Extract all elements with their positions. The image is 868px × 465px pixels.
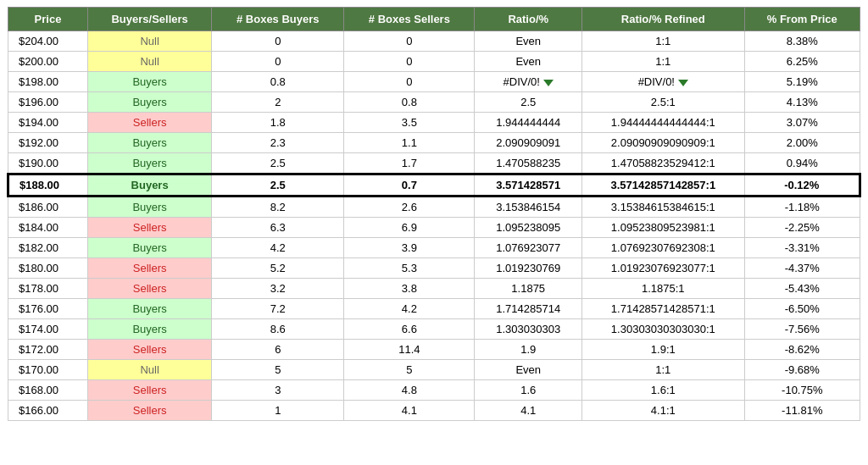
table-row: $188.00Buyers2.50.73.5714285713.57142857…: [8, 174, 860, 197]
buyers-sellers-cell: Buyers: [88, 92, 212, 113]
boxes-sellers-cell: 0.7: [344, 174, 475, 197]
ratio-cell: #DIV/0!: [475, 72, 582, 92]
buyers-sellers-cell: Sellers: [88, 113, 212, 133]
column-header: Ratio/% Refined: [582, 8, 745, 31]
boxes-buyers-cell: 2.3: [212, 133, 344, 153]
from-price-cell: -7.56%: [744, 319, 860, 340]
ratio-cell: 1.303030303: [475, 319, 582, 340]
table-row: $168.00Sellers34.81.61.6:1-10.75%: [8, 380, 860, 401]
buyers-sellers-cell: Null: [88, 31, 212, 52]
table-row: $186.00Buyers8.22.63.1538461543.15384615…: [8, 197, 860, 218]
main-table: PriceBuyers/Sellers# Boxes Buyers# Boxes…: [7, 7, 861, 421]
buyers-sellers-cell: Buyers: [88, 197, 212, 218]
from-price-cell: -10.75%: [744, 380, 860, 401]
table-row: $200.00Null00Even1:16.25%: [8, 52, 860, 72]
ratio-refined-cell: 3.15384615384615:1: [582, 197, 745, 218]
boxes-buyers-cell: 0: [212, 31, 344, 52]
price-cell: $184.00: [8, 218, 88, 238]
buyers-sellers-cell: Buyers: [88, 299, 212, 319]
boxes-sellers-cell: 0: [344, 72, 475, 92]
ratio-cell: 1.076923077: [475, 238, 582, 258]
price-cell: $192.00: [8, 133, 88, 153]
price-cell: $186.00: [8, 197, 88, 218]
from-price-cell: 8.38%: [744, 31, 860, 52]
table-row: $174.00Buyers8.66.61.3030303031.30303030…: [8, 319, 860, 340]
ratio-refined-cell: 1.94444444444444:1: [582, 113, 745, 133]
ratio-refined-cell: 1.1875:1: [582, 279, 745, 299]
ratio-cell: 1.6: [475, 380, 582, 401]
buyers-sellers-cell: Buyers: [88, 133, 212, 153]
boxes-sellers-cell: 1.7: [344, 153, 475, 174]
boxes-sellers-cell: 3.8: [344, 279, 475, 299]
ratio-refined-cell: 1.01923076923077:1: [582, 258, 745, 279]
table-row: $204.00Null00Even1:18.38%: [8, 31, 860, 52]
column-header: Buyers/Sellers: [88, 8, 212, 31]
boxes-buyers-cell: 3.2: [212, 279, 344, 299]
ratio-cell: Even: [475, 52, 582, 72]
boxes-buyers-cell: 6.3: [212, 218, 344, 238]
boxes-buyers-cell: 0.8: [212, 72, 344, 92]
price-cell: $196.00: [8, 92, 88, 113]
boxes-sellers-cell: 1.1: [344, 133, 475, 153]
column-header: % From Price: [744, 8, 860, 31]
table-row: $170.00Null55Even1:1-9.68%: [8, 360, 860, 380]
ratio-cell: Even: [475, 360, 582, 380]
buyers-sellers-cell: Buyers: [88, 174, 212, 197]
ratio-cell: 1.1875: [475, 279, 582, 299]
price-cell: $180.00: [8, 258, 88, 279]
ratio-cell: 4.1: [475, 401, 582, 421]
buyers-sellers-cell: Buyers: [88, 153, 212, 174]
boxes-buyers-cell: 0: [212, 52, 344, 72]
buyers-sellers-cell: Buyers: [88, 72, 212, 92]
ratio-refined-cell: 1.09523809523981:1: [582, 218, 745, 238]
price-cell: $166.00: [8, 401, 88, 421]
buyers-sellers-cell: Sellers: [88, 218, 212, 238]
boxes-buyers-cell: 6: [212, 340, 344, 360]
ratio-refined-cell: 1.47058823529412:1: [582, 153, 745, 174]
ratio-refined-cell: 3.57142857142857:1: [582, 174, 745, 197]
table-row: $190.00Buyers2.51.71.4705882351.47058823…: [8, 153, 860, 174]
boxes-buyers-cell: 2.5: [212, 153, 344, 174]
ratio-cell: 1.019230769: [475, 258, 582, 279]
table-row: $184.00Sellers6.36.91.0952380951.0952380…: [8, 218, 860, 238]
price-cell: $178.00: [8, 279, 88, 299]
boxes-buyers-cell: 2.5: [212, 174, 344, 197]
ratio-cell: 1.470588235: [475, 153, 582, 174]
boxes-buyers-cell: 5.2: [212, 258, 344, 279]
triangle-indicator-icon: [678, 80, 688, 86]
price-cell: $194.00: [8, 113, 88, 133]
boxes-buyers-cell: 8.2: [212, 197, 344, 218]
boxes-buyers-cell: 8.6: [212, 319, 344, 340]
boxes-buyers-cell: 7.2: [212, 299, 344, 319]
boxes-sellers-cell: 0: [344, 31, 475, 52]
ratio-refined-cell: 1.30303030303030:1: [582, 319, 745, 340]
from-price-cell: -6.50%: [744, 299, 860, 319]
from-price-cell: -2.25%: [744, 218, 860, 238]
from-price-cell: 4.13%: [744, 92, 860, 113]
boxes-sellers-cell: 4.2: [344, 299, 475, 319]
table-row: $166.00Sellers14.14.14.1:1-11.81%: [8, 401, 860, 421]
ratio-cell: 1.095238095: [475, 218, 582, 238]
ratio-refined-cell: 2.09090909090909:1: [582, 133, 745, 153]
boxes-sellers-cell: 0.8: [344, 92, 475, 113]
boxes-sellers-cell: 3.5: [344, 113, 475, 133]
ratio-refined-cell: 1.6:1: [582, 380, 745, 401]
boxes-sellers-cell: 6.6: [344, 319, 475, 340]
ratio-refined-cell: 1.07692307692308:1: [582, 238, 745, 258]
ratio-refined-cell: 2.5:1: [582, 92, 745, 113]
from-price-cell: -3.31%: [744, 238, 860, 258]
ratio-refined-cell: 1:1: [582, 52, 745, 72]
boxes-sellers-cell: 5.3: [344, 258, 475, 279]
ratio-cell: 1.714285714: [475, 299, 582, 319]
column-header: Ratio/%: [475, 8, 582, 31]
boxes-buyers-cell: 3: [212, 380, 344, 401]
boxes-buyers-cell: 4.2: [212, 238, 344, 258]
from-price-cell: -5.43%: [744, 279, 860, 299]
ratio-cell: 2.5: [475, 92, 582, 113]
buyers-sellers-cell: Null: [88, 52, 212, 72]
ratio-refined-cell: 1:1: [582, 31, 745, 52]
ratio-refined-cell: 4.1:1: [582, 401, 745, 421]
boxes-sellers-cell: 2.6: [344, 197, 475, 218]
from-price-cell: -0.12%: [744, 174, 860, 197]
price-cell: $172.00: [8, 340, 88, 360]
